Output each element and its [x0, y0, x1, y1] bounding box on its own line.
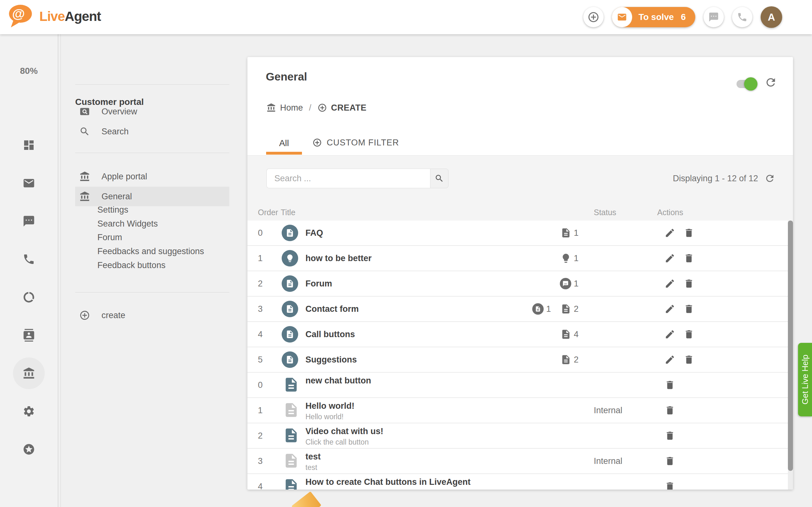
plus-circle-icon	[312, 138, 322, 147]
row-badges: 2	[560, 347, 578, 372]
row-title[interactable]: test	[305, 452, 321, 462]
row-title[interactable]: Call buttons	[305, 322, 355, 347]
add-new-button[interactable]	[583, 7, 604, 27]
edit-button[interactable]	[660, 221, 679, 245]
table-row[interactable]: 3testtestInternal	[247, 449, 788, 474]
tab-custom-filter[interactable]: CUSTOM FILTER	[312, 136, 399, 149]
delete-button[interactable]	[660, 449, 679, 473]
doc-circle-icon	[282, 275, 298, 292]
doc-icon	[283, 427, 299, 444]
refresh-button[interactable]	[764, 76, 777, 89]
delete-button[interactable]	[679, 322, 699, 347]
table-row[interactable]: 3Contact form12	[247, 297, 788, 322]
table-row[interactable]: 0new chat button	[247, 373, 788, 398]
edit-button[interactable]	[660, 246, 679, 271]
status-badge: Internal	[594, 449, 622, 473]
table-row[interactable]: 0FAQ1	[247, 221, 788, 246]
avatar[interactable]: A	[761, 6, 782, 28]
delete-button[interactable]	[679, 221, 699, 245]
chats-button[interactable]	[704, 7, 724, 27]
rail-item-dashboard[interactable]	[22, 139, 35, 152]
table-row[interactable]: 4How to create Chat buttons in LiveAgent…	[247, 474, 788, 490]
sidebar-subitem-feedbacks-and-suggestions[interactable]: Feedbacks and suggestions	[97, 246, 204, 257]
column-header-status: Status	[594, 205, 616, 220]
delete-button[interactable]	[660, 424, 679, 448]
portal-active-toggle[interactable]	[737, 80, 756, 88]
breadcrumb-home[interactable]: Home	[280, 103, 303, 113]
delete-button[interactable]	[679, 297, 699, 321]
sidebar-item-search[interactable]: Search	[75, 124, 229, 138]
doc-circle-icon	[282, 326, 298, 343]
delete-button[interactable]	[679, 347, 699, 372]
table-row[interactable]: 1Hello world!Hello world!Internal	[247, 398, 788, 424]
sidebar-subitem-settings[interactable]: Settings	[97, 205, 129, 215]
edit-button[interactable]	[660, 322, 679, 347]
delete-button[interactable]	[660, 373, 679, 397]
article-type-icon	[282, 326, 298, 343]
custom-filter-plus-icon	[312, 138, 322, 147]
rail-item-chat[interactable]	[22, 215, 35, 228]
table-row[interactable]: 2Forum1	[247, 271, 788, 297]
delete-icon	[683, 303, 694, 314]
row-title[interactable]: How to create Chat buttons in LiveAgent	[305, 477, 471, 487]
sidebar-item-apple-portal[interactable]: Apple portal	[75, 170, 229, 183]
to-solve-button[interactable]: To solve 6	[612, 7, 695, 27]
delete-button[interactable]	[679, 246, 699, 271]
rail-item-settings[interactable]	[22, 405, 35, 418]
table-scrollbar[interactable]	[788, 221, 793, 490]
scrollbar-thumb[interactable]	[788, 221, 793, 471]
phone-icon	[22, 253, 35, 266]
rail-item-stars[interactable]	[22, 443, 35, 456]
row-subtitle: test	[305, 463, 317, 472]
delete-button[interactable]	[660, 398, 679, 423]
calls-button[interactable]	[732, 7, 752, 27]
table-row[interactable]: 5Suggestions2	[247, 347, 788, 373]
row-title[interactable]: new chat button	[305, 376, 371, 386]
row-title[interactable]: Forum	[305, 271, 332, 296]
row-title[interactable]: Suggestions	[305, 347, 357, 372]
rail-item-phone[interactable]	[22, 253, 35, 266]
delete-button[interactable]	[660, 474, 679, 490]
row-title[interactable]: Hello world!	[305, 401, 355, 411]
liveagent-logo[interactable]: @ LiveAgent	[8, 4, 101, 29]
sidebar-subitem-feedback-buttons[interactable]: Feedback buttons	[97, 261, 165, 270]
to-solve-count: 6	[681, 12, 686, 22]
sidebar-subitem-forum[interactable]: Forum	[97, 233, 122, 242]
delete-button[interactable]	[679, 271, 699, 296]
rail-item-contacts[interactable]	[22, 329, 35, 342]
doc-circle-icon	[282, 301, 298, 317]
sidebar-subitem-search-widgets[interactable]: Search Widgets	[97, 219, 158, 229]
logo-text: LiveAgent	[39, 9, 101, 24]
sidebar-item-overview[interactable]: Overview	[75, 105, 229, 118]
row-badges: 12	[532, 297, 578, 321]
table-row[interactable]: 2Video chat with us!Click the call butto…	[247, 424, 788, 449]
doc-icon	[283, 401, 299, 418]
row-title[interactable]: Video chat with us!	[305, 427, 384, 436]
sidebar-item-label: Overview	[101, 107, 137, 117]
breadcrumb: Home / CREATE	[266, 101, 367, 114]
doc-icon	[560, 329, 571, 340]
row-title[interactable]: how to be better	[305, 246, 372, 271]
edit-button[interactable]	[660, 271, 679, 296]
row-order: 1	[258, 398, 263, 423]
plus-circle-icon	[317, 103, 327, 112]
tab-all[interactable]: All	[266, 138, 302, 148]
doc-icon	[283, 452, 299, 469]
refresh-list-button[interactable]	[764, 173, 775, 184]
sidebar-item-create[interactable]: create	[75, 308, 229, 322]
rail-item-email[interactable]	[22, 177, 35, 189]
search-input[interactable]	[266, 169, 430, 188]
edit-button[interactable]	[660, 347, 679, 372]
edit-button[interactable]	[660, 297, 679, 321]
breadcrumb-create[interactable]: CREATE	[331, 103, 367, 113]
sidebar-item-general[interactable]: General	[75, 187, 229, 206]
get-live-help-tab[interactable]: Get Live Help	[798, 343, 812, 416]
row-title[interactable]: FAQ	[305, 221, 323, 245]
rail-item-bank[interactable]	[22, 367, 35, 380]
row-badges: 1	[560, 221, 578, 245]
search-submit-button[interactable]	[430, 169, 449, 188]
table-row[interactable]: 1how to be better1	[247, 246, 788, 271]
table-row[interactable]: 4Call buttons4	[247, 322, 788, 347]
row-title[interactable]: Contact form	[305, 297, 359, 321]
rail-item-data-usage[interactable]	[22, 291, 35, 303]
